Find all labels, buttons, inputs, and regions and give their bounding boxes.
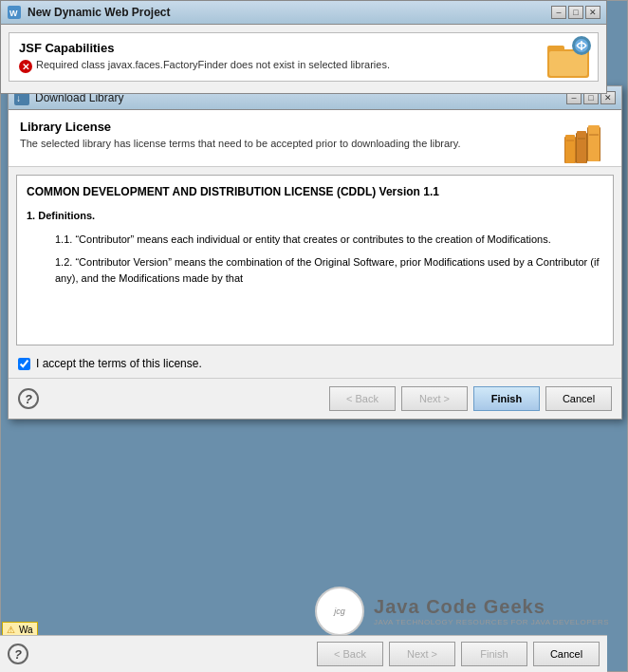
web-project-icon: W <box>7 5 22 20</box>
jcg-brand: Java Code Geeks <box>374 596 609 618</box>
svg-rect-11 <box>565 135 575 163</box>
maximize-button[interactable]: □ <box>568 6 583 19</box>
jsf-error-row: ✕ Required class javax.faces.FactoryFind… <box>19 59 588 73</box>
warning-icon: ⚠ <box>7 625 15 635</box>
accept-label[interactable]: I accept the terms of this license. <box>36 357 202 370</box>
bg-help-button[interactable]: ? <box>8 644 28 664</box>
back-button[interactable]: < Back <box>329 386 396 411</box>
new-project-window: W New Dynamic Web Project – □ ✕ JSF Capa… <box>0 0 607 94</box>
license-title: COMMON DEVELOPMENT AND DISTRIBUTION LICE… <box>27 183 603 200</box>
dialog-header-title: Library License <box>20 120 610 134</box>
section-1-1: 1.1. “Contributor” means each individual… <box>55 232 603 248</box>
close-button[interactable]: ✕ <box>585 6 600 19</box>
svg-rect-15 <box>588 125 600 161</box>
bg-button-group: < Back Next > Finish Cancel <box>317 642 600 666</box>
svg-rect-13 <box>577 131 586 163</box>
license-text-area[interactable]: COMMON DEVELOPMENT AND DISTRIBUTION LICE… <box>16 175 614 345</box>
button-group: < Back Next > Finish Cancel <box>329 386 612 411</box>
jsf-error-text: Required class javax.faces.FactoryFinder… <box>36 59 390 70</box>
minimize-button[interactable]: – <box>551 6 566 19</box>
bg-window-title: New Dynamic Web Project <box>28 6 171 19</box>
bg-back-button[interactable]: < Back <box>317 642 383 666</box>
download-library-dialog: ↓ Download Library – □ ✕ Library License… <box>8 85 622 420</box>
jcg-logo-area: jcg Java Code Geeks JAVA TECHNOLOGY RESO… <box>315 587 609 636</box>
bg-next-button[interactable]: Next > <box>389 642 455 666</box>
section-1-2: 1.2. “Contributor Version” means the com… <box>55 254 603 286</box>
jcg-tagline: JAVA TECHNOLOGY RESOURCES FOR JAVA DEVEL… <box>374 618 609 626</box>
accept-checkbox[interactable] <box>18 358 30 370</box>
license-content: 1. Definitions. 1.1. “Contributor” means… <box>27 208 603 286</box>
help-button[interactable]: ? <box>18 388 39 409</box>
bg-window-controls[interactable]: – □ ✕ <box>551 6 600 19</box>
cancel-button[interactable]: Cancel <box>545 386 612 411</box>
warning-label: Wa <box>19 625 33 635</box>
error-icon: ✕ <box>19 60 32 73</box>
books-icon <box>561 118 610 167</box>
jsf-title: JSF Capabilities <box>19 41 588 55</box>
bg-window-titlebar: W New Dynamic Web Project – □ ✕ <box>1 1 606 25</box>
bg-window-bottom-bar: ? < Back Next > Finish Cancel <box>0 635 607 672</box>
bg-window-title-group: W New Dynamic Web Project <box>7 5 171 20</box>
dialog-header-description: The selected library has license terms t… <box>20 138 494 149</box>
jcg-text-group: Java Code Geeks JAVA TECHNOLOGY RESOURCE… <box>374 596 609 626</box>
jsf-capabilities-section: JSF Capabilities ✕ Required class javax.… <box>9 32 599 82</box>
dialog-header: Library License The selected library has… <box>9 110 621 167</box>
dialog-buttons: ? < Back Next > Finish Cancel <box>9 378 621 419</box>
bg-finish-button[interactable]: Finish <box>461 642 527 666</box>
jcg-logo-circle: jcg <box>315 587 364 636</box>
section-1-heading: 1. Definitions. <box>27 208 603 224</box>
license-section-1: 1. Definitions. 1.1. “Contributor” means… <box>27 208 603 286</box>
jcg-initials: jcg <box>334 607 345 616</box>
finish-button[interactable]: Finish <box>473 386 540 411</box>
jsf-section-container: JSF Capabilities ✕ Required class javax.… <box>1 25 606 93</box>
svg-text:W: W <box>9 9 18 18</box>
accept-row: I accept the terms of this license. <box>9 353 621 378</box>
folder-icon <box>545 36 593 84</box>
next-button[interactable]: Next > <box>401 386 468 411</box>
svg-text:↓: ↓ <box>16 93 21 103</box>
bg-cancel-button[interactable]: Cancel <box>533 642 600 666</box>
